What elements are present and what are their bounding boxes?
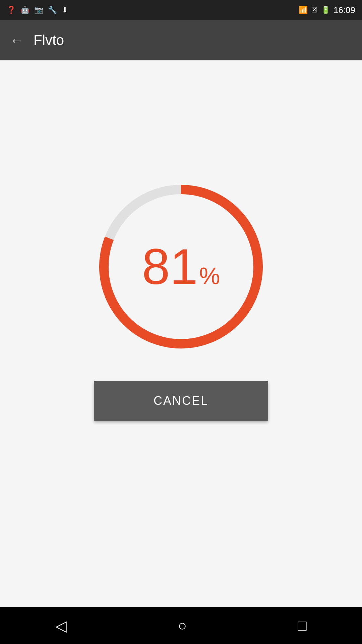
app-title: Flvto (34, 32, 64, 48)
image-icon: 📷 (34, 6, 43, 14)
bottom-nav: ◁ ○ □ (0, 607, 362, 644)
android-icon: 🤖 (20, 6, 29, 14)
progress-text: 81 % (142, 241, 220, 292)
cancel-button[interactable]: CANCEL (94, 381, 268, 421)
progress-percent: % (199, 263, 220, 289)
back-nav-icon[interactable]: ◁ (55, 617, 67, 634)
wifi-question-icon: ❓ (7, 6, 16, 14)
wrench-icon: 🔧 (48, 6, 57, 14)
status-time: 16:09 (334, 5, 355, 15)
recents-nav-icon[interactable]: □ (298, 617, 307, 634)
home-nav-icon[interactable]: ○ (178, 617, 187, 634)
progress-container: 81 % (94, 179, 268, 354)
sim-icon: ☒ (311, 6, 318, 14)
back-button[interactable]: ← (10, 34, 23, 47)
status-bar-right: 📶 ☒ 🔋 16:09 (299, 5, 355, 15)
main-content: 81 % CANCEL (0, 60, 362, 607)
wifi-icon: 📶 (299, 6, 308, 14)
download-icon: ⬇ (62, 6, 68, 14)
status-bar-left: ❓ 🤖 📷 🔧 ⬇ (7, 6, 68, 14)
progress-number: 81 (142, 241, 198, 292)
app-bar: ← Flvto (0, 20, 362, 60)
status-bar: ❓ 🤖 📷 🔧 ⬇ 📶 ☒ 🔋 16:09 (0, 0, 362, 20)
battery-icon: 🔋 (321, 6, 330, 14)
